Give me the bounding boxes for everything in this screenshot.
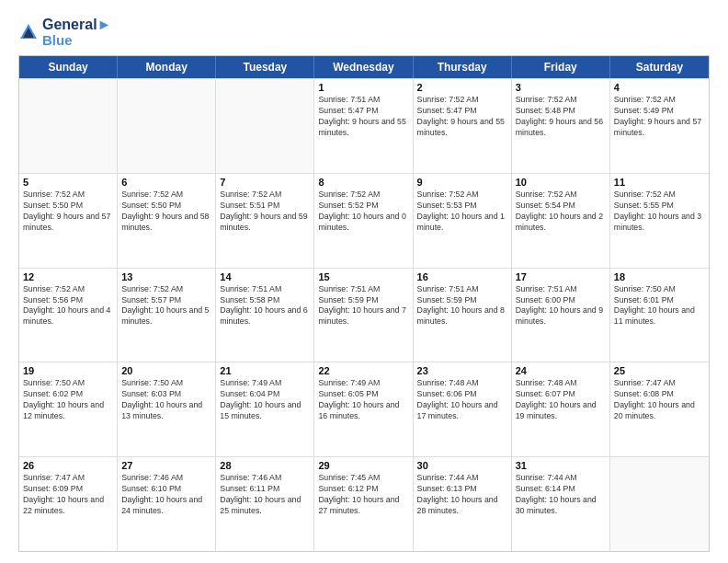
day-number: 16 bbox=[417, 271, 507, 282]
day-number: 8 bbox=[318, 177, 408, 188]
day-info: Sunrise: 7:52 AM Sunset: 5:57 PM Dayligh… bbox=[121, 284, 211, 328]
day-info: Sunrise: 7:46 AM Sunset: 6:10 PM Dayligh… bbox=[121, 473, 211, 517]
logo-text: General► Blue bbox=[42, 17, 111, 48]
logo-icon bbox=[18, 22, 39, 42]
day-number: 3 bbox=[516, 82, 606, 93]
day-number: 18 bbox=[614, 271, 705, 282]
calendar-cell: 19Sunrise: 7:50 AM Sunset: 6:02 PM Dayli… bbox=[19, 362, 118, 456]
day-info: Sunrise: 7:52 AM Sunset: 5:51 PM Dayligh… bbox=[220, 190, 310, 234]
day-number: 10 bbox=[516, 177, 606, 188]
day-info: Sunrise: 7:51 AM Sunset: 6:00 PM Dayligh… bbox=[516, 284, 606, 328]
calendar-row: 1Sunrise: 7:51 AM Sunset: 5:47 PM Daylig… bbox=[19, 78, 709, 173]
weekday-header: Thursday bbox=[414, 56, 512, 78]
calendar-cell: 22Sunrise: 7:49 AM Sunset: 6:05 PM Dayli… bbox=[314, 362, 413, 456]
day-info: Sunrise: 7:52 AM Sunset: 5:49 PM Dayligh… bbox=[614, 95, 705, 139]
day-info: Sunrise: 7:50 AM Sunset: 6:02 PM Dayligh… bbox=[23, 378, 113, 422]
day-info: Sunrise: 7:50 AM Sunset: 6:03 PM Dayligh… bbox=[121, 378, 211, 422]
day-info: Sunrise: 7:50 AM Sunset: 6:01 PM Dayligh… bbox=[614, 284, 705, 328]
day-number: 1 bbox=[318, 82, 408, 93]
weekday-header: Friday bbox=[512, 56, 610, 78]
calendar-cell: 7Sunrise: 7:52 AM Sunset: 5:51 PM Daylig… bbox=[216, 174, 314, 268]
calendar-cell: 23Sunrise: 7:48 AM Sunset: 6:06 PM Dayli… bbox=[414, 362, 512, 456]
day-info: Sunrise: 7:49 AM Sunset: 6:05 PM Dayligh… bbox=[318, 378, 408, 422]
day-number: 28 bbox=[220, 460, 310, 471]
day-number: 17 bbox=[516, 271, 606, 282]
day-info: Sunrise: 7:51 AM Sunset: 5:47 PM Dayligh… bbox=[318, 95, 408, 139]
day-number: 11 bbox=[614, 177, 705, 188]
calendar-cell: 10Sunrise: 7:52 AM Sunset: 5:54 PM Dayli… bbox=[512, 174, 610, 268]
day-number: 27 bbox=[121, 460, 211, 471]
weekday-header: Wednesday bbox=[314, 56, 413, 78]
day-number: 2 bbox=[417, 82, 507, 93]
calendar-cell bbox=[19, 79, 118, 173]
day-number: 9 bbox=[417, 177, 507, 188]
weekday-header: Monday bbox=[118, 56, 216, 78]
day-info: Sunrise: 7:46 AM Sunset: 6:11 PM Dayligh… bbox=[220, 473, 310, 517]
weekday-header: Tuesday bbox=[216, 56, 314, 78]
calendar-cell: 29Sunrise: 7:45 AM Sunset: 6:12 PM Dayli… bbox=[314, 457, 413, 551]
day-number: 7 bbox=[220, 177, 310, 188]
day-number: 12 bbox=[23, 271, 113, 282]
calendar-cell: 28Sunrise: 7:46 AM Sunset: 6:11 PM Dayli… bbox=[216, 457, 314, 551]
day-info: Sunrise: 7:44 AM Sunset: 6:14 PM Dayligh… bbox=[516, 473, 606, 517]
calendar-cell: 14Sunrise: 7:51 AM Sunset: 5:58 PM Dayli… bbox=[216, 269, 314, 362]
calendar-cell: 30Sunrise: 7:44 AM Sunset: 6:13 PM Dayli… bbox=[414, 457, 512, 551]
calendar-cell: 27Sunrise: 7:46 AM Sunset: 6:10 PM Dayli… bbox=[118, 457, 216, 551]
day-number: 20 bbox=[121, 365, 211, 376]
day-info: Sunrise: 7:44 AM Sunset: 6:13 PM Dayligh… bbox=[417, 473, 507, 517]
day-info: Sunrise: 7:52 AM Sunset: 5:50 PM Dayligh… bbox=[23, 190, 113, 234]
day-info: Sunrise: 7:52 AM Sunset: 5:56 PM Dayligh… bbox=[23, 284, 113, 328]
day-info: Sunrise: 7:51 AM Sunset: 5:59 PM Dayligh… bbox=[318, 284, 408, 328]
calendar-cell: 8Sunrise: 7:52 AM Sunset: 5:52 PM Daylig… bbox=[314, 174, 413, 268]
day-info: Sunrise: 7:47 AM Sunset: 6:08 PM Dayligh… bbox=[614, 378, 705, 422]
day-number: 4 bbox=[614, 82, 705, 93]
day-number: 13 bbox=[121, 271, 211, 282]
day-info: Sunrise: 7:52 AM Sunset: 5:54 PM Dayligh… bbox=[516, 190, 606, 234]
day-info: Sunrise: 7:49 AM Sunset: 6:04 PM Dayligh… bbox=[220, 378, 310, 422]
calendar-cell: 25Sunrise: 7:47 AM Sunset: 6:08 PM Dayli… bbox=[610, 362, 709, 456]
calendar-cell: 11Sunrise: 7:52 AM Sunset: 5:55 PM Dayli… bbox=[610, 174, 709, 268]
day-number: 24 bbox=[516, 365, 606, 376]
day-info: Sunrise: 7:52 AM Sunset: 5:50 PM Dayligh… bbox=[121, 190, 211, 234]
calendar-page: General► Blue SundayMondayTuesdayWednesd… bbox=[0, 0, 728, 563]
calendar-cell bbox=[118, 79, 216, 173]
calendar-row: 26Sunrise: 7:47 AM Sunset: 6:09 PM Dayli… bbox=[19, 456, 709, 551]
calendar-body: 1Sunrise: 7:51 AM Sunset: 5:47 PM Daylig… bbox=[19, 78, 709, 551]
calendar-cell bbox=[216, 79, 314, 173]
calendar-row: 12Sunrise: 7:52 AM Sunset: 5:56 PM Dayli… bbox=[19, 268, 709, 362]
calendar-cell: 20Sunrise: 7:50 AM Sunset: 6:03 PM Dayli… bbox=[118, 362, 216, 456]
day-number: 23 bbox=[417, 365, 507, 376]
calendar-cell bbox=[610, 457, 709, 551]
day-info: Sunrise: 7:52 AM Sunset: 5:52 PM Dayligh… bbox=[318, 190, 408, 234]
day-number: 25 bbox=[614, 365, 705, 376]
header: General► Blue bbox=[18, 17, 710, 48]
calendar-row: 5Sunrise: 7:52 AM Sunset: 5:50 PM Daylig… bbox=[19, 173, 709, 268]
day-number: 5 bbox=[23, 177, 113, 188]
weekday-header: Saturday bbox=[610, 56, 709, 78]
day-info: Sunrise: 7:48 AM Sunset: 6:07 PM Dayligh… bbox=[516, 378, 606, 422]
day-number: 22 bbox=[318, 365, 408, 376]
day-info: Sunrise: 7:45 AM Sunset: 6:12 PM Dayligh… bbox=[318, 473, 408, 517]
day-number: 19 bbox=[23, 365, 113, 376]
calendar-cell: 15Sunrise: 7:51 AM Sunset: 5:59 PM Dayli… bbox=[314, 269, 413, 362]
day-number: 30 bbox=[417, 460, 507, 471]
logo: General► Blue bbox=[18, 17, 111, 48]
day-number: 6 bbox=[121, 177, 211, 188]
day-info: Sunrise: 7:52 AM Sunset: 5:55 PM Dayligh… bbox=[614, 190, 705, 234]
day-info: Sunrise: 7:51 AM Sunset: 5:58 PM Dayligh… bbox=[220, 284, 310, 328]
day-info: Sunrise: 7:52 AM Sunset: 5:47 PM Dayligh… bbox=[417, 95, 507, 139]
calendar-cell: 5Sunrise: 7:52 AM Sunset: 5:50 PM Daylig… bbox=[19, 174, 118, 268]
day-number: 26 bbox=[23, 460, 113, 471]
calendar-cell: 2Sunrise: 7:52 AM Sunset: 5:47 PM Daylig… bbox=[414, 79, 512, 173]
calendar-cell: 18Sunrise: 7:50 AM Sunset: 6:01 PM Dayli… bbox=[610, 269, 709, 362]
calendar-cell: 1Sunrise: 7:51 AM Sunset: 5:47 PM Daylig… bbox=[314, 79, 413, 173]
day-info: Sunrise: 7:52 AM Sunset: 5:48 PM Dayligh… bbox=[516, 95, 606, 139]
day-info: Sunrise: 7:52 AM Sunset: 5:53 PM Dayligh… bbox=[417, 190, 507, 234]
calendar-cell: 24Sunrise: 7:48 AM Sunset: 6:07 PM Dayli… bbox=[512, 362, 610, 456]
day-info: Sunrise: 7:51 AM Sunset: 5:59 PM Dayligh… bbox=[417, 284, 507, 328]
calendar-cell: 16Sunrise: 7:51 AM Sunset: 5:59 PM Dayli… bbox=[414, 269, 512, 362]
calendar-cell: 12Sunrise: 7:52 AM Sunset: 5:56 PM Dayli… bbox=[19, 269, 118, 362]
day-number: 15 bbox=[318, 271, 408, 282]
weekday-header: Sunday bbox=[19, 56, 118, 78]
day-info: Sunrise: 7:47 AM Sunset: 6:09 PM Dayligh… bbox=[23, 473, 113, 517]
